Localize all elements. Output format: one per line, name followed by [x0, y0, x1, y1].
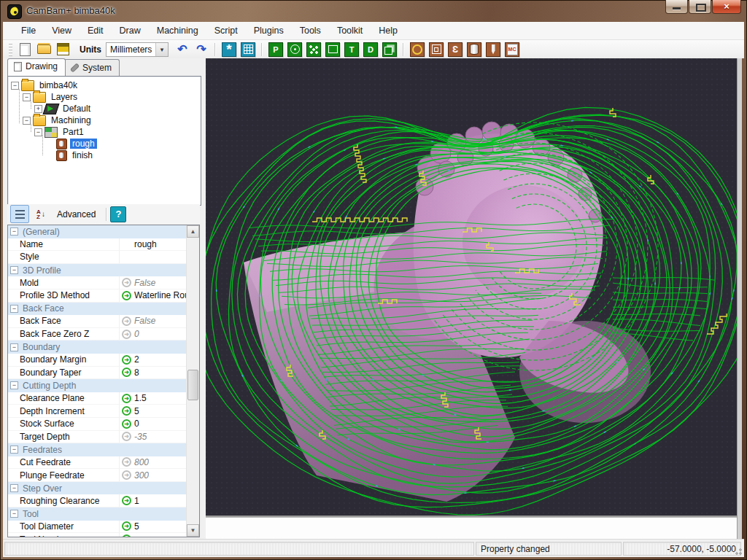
property-value[interactable]: 1 — [134, 496, 139, 506]
property-row-tool-diameter[interactable]: Tool Diameter➜5 — [8, 521, 187, 534]
toggle-grid-icon[interactable] — [241, 42, 255, 57]
collapse-icon[interactable]: − — [34, 128, 42, 136]
menu-item-tools[interactable]: Tools — [292, 23, 329, 38]
collapse-icon[interactable]: − — [23, 93, 31, 101]
collapse-icon[interactable]: − — [10, 381, 18, 389]
viewport-3d[interactable] — [206, 58, 737, 516]
property-value[interactable]: 8 — [134, 368, 139, 378]
menu-item-machining[interactable]: Machining — [149, 23, 206, 38]
property-value[interactable]: 0 — [134, 329, 139, 339]
property-value[interactable]: -35 — [134, 432, 147, 442]
propgrid-scrollbar[interactable]: ▲ ▼ — [186, 225, 199, 537]
property-category-back-face[interactable]: −Back Face — [8, 303, 187, 316]
tree-item-part1[interactable]: −Part1 — [8, 126, 201, 138]
property-row-plunge-feedrate[interactable]: Plunge Feedrate➜300 — [8, 469, 187, 482]
draw-rectangle-icon[interactable] — [325, 42, 340, 57]
tree-item-machining[interactable]: −Machining — [8, 114, 201, 126]
mop-profile-icon[interactable]: Ɛ — [448, 42, 462, 57]
tree-item-rough[interactable]: rough — [8, 138, 201, 149]
tree-item-label[interactable]: bimba40k — [37, 80, 80, 90]
draw-polyline-icon[interactable]: P — [268, 42, 283, 57]
collapse-icon[interactable]: − — [10, 266, 18, 274]
tree-item-label[interactable]: finish — [70, 150, 95, 160]
property-category-3d-profile[interactable]: −3D Profile — [8, 264, 187, 277]
mop-drill-icon[interactable] — [410, 42, 425, 57]
property-row-tool-number[interactable]: Tool Number➜ — [8, 533, 187, 537]
toolbar-grip[interactable] — [9, 43, 12, 56]
scroll-down-button[interactable]: ▼ — [187, 524, 199, 537]
mop-engrave-icon[interactable] — [486, 42, 500, 57]
property-value[interactable]: 0 — [134, 419, 139, 429]
close-button[interactable]: × — [712, 0, 741, 14]
tree-item-label[interactable]: Layers — [49, 92, 80, 102]
mop-pocket-icon[interactable] — [429, 42, 444, 57]
property-value[interactable]: 2 — [134, 354, 139, 365]
property-row-depth-increment[interactable]: Depth Increment➜5 — [8, 405, 187, 418]
menu-item-help[interactable]: Help — [371, 23, 406, 38]
property-category--general-[interactable]: −(General) — [8, 225, 187, 238]
collapse-icon[interactable]: − — [10, 510, 18, 518]
units-combobox[interactable]: Millimeters ▾ — [106, 42, 169, 57]
tree-item-label[interactable]: rough — [70, 139, 97, 149]
maximize-button[interactable] — [689, 0, 711, 14]
draw-points-icon[interactable] — [306, 42, 321, 57]
property-value[interactable]: 1.5 — [134, 393, 147, 403]
title-bar[interactable]: CamBam+ bimba40k × — [0, 0, 747, 22]
property-row-cut-feedrate[interactable]: Cut Feedrate➜800 — [8, 456, 187, 470]
menu-item-draw[interactable]: Draw — [112, 23, 149, 38]
tree-item-label[interactable]: Machining — [49, 115, 93, 125]
collapse-icon[interactable]: − — [10, 305, 18, 313]
collapse-icon[interactable]: − — [11, 82, 19, 90]
collapse-icon[interactable]: − — [10, 446, 18, 454]
property-value[interactable]: 5 — [134, 406, 139, 416]
collapse-icon[interactable]: − — [10, 484, 18, 492]
scroll-thumb[interactable] — [187, 370, 198, 400]
minimize-button[interactable] — [665, 0, 688, 14]
property-category-step-over[interactable]: −Step Over — [8, 482, 187, 495]
advanced-button[interactable]: Advanced — [50, 206, 103, 222]
property-row-mold[interactable]: Mold➜False — [8, 276, 187, 289]
menu-item-file[interactable]: File — [13, 23, 44, 38]
menu-item-edit[interactable]: Edit — [80, 23, 112, 38]
help-button[interactable]: ? — [110, 206, 126, 222]
chevron-down-icon[interactable]: ▾ — [155, 43, 168, 56]
property-value[interactable]: False — [134, 316, 155, 326]
save-file-icon[interactable] — [55, 42, 70, 57]
mop-lathe-icon[interactable] — [467, 42, 481, 57]
tab-system[interactable]: System — [64, 59, 120, 76]
property-row-name[interactable]: Namerough — [8, 238, 187, 252]
menu-item-script[interactable]: Script — [206, 23, 246, 38]
draw-surface-icon[interactable]: D — [363, 42, 378, 57]
tree-item-finish[interactable]: finish — [8, 149, 201, 161]
tree-item-bimba40k[interactable]: −bimba40k — [8, 79, 201, 91]
tree-item-layers[interactable]: −Layers — [8, 91, 201, 103]
property-row-clearance-plane[interactable]: Clearance Plane➜1.5 — [8, 392, 187, 405]
property-value[interactable]: False — [134, 278, 155, 288]
resize-grip[interactable] — [733, 546, 743, 556]
mop-gcode-icon[interactable]: MC — [505, 42, 519, 57]
categorized-view-button[interactable] — [10, 205, 29, 223]
property-row-back-face[interactable]: Back Face➜False — [8, 315, 187, 328]
property-value[interactable]: rough — [134, 239, 157, 249]
toggle-axes-icon[interactable]: * — [222, 42, 236, 57]
menu-item-toolkit[interactable]: Toolkit — [329, 23, 371, 38]
draw-circle-icon[interactable] — [287, 42, 302, 57]
new-file-icon[interactable] — [18, 42, 32, 57]
collapse-icon[interactable]: − — [10, 343, 18, 351]
alphabetical-sort-button[interactable]: AZ ↓ — [32, 206, 50, 222]
redo-icon[interactable]: ↷ — [194, 42, 209, 57]
scroll-up-button[interactable]: ▲ — [187, 225, 199, 238]
draw-text-icon[interactable]: T — [344, 42, 359, 57]
property-category-feedrates[interactable]: −Feedrates — [8, 443, 187, 456]
tree-item-default[interactable]: +Default — [8, 103, 201, 114]
property-category-tool[interactable]: −Tool — [8, 508, 187, 521]
property-row-profile-3d-method[interactable]: Profile 3D Method➜Waterline Rough — [8, 289, 187, 303]
property-row-roughing-clearance[interactable]: Roughing Clearance➜1 — [8, 494, 187, 508]
expand-icon[interactable]: + — [34, 105, 42, 113]
collapse-icon[interactable]: − — [23, 117, 31, 125]
tab-drawing[interactable]: Drawing — [7, 58, 66, 76]
property-value[interactable]: 300 — [134, 470, 149, 481]
property-value[interactable]: Waterline Rough — [134, 290, 187, 300]
tree-item-label[interactable]: Default — [61, 104, 93, 114]
tree-item-label[interactable]: Part1 — [61, 127, 86, 137]
